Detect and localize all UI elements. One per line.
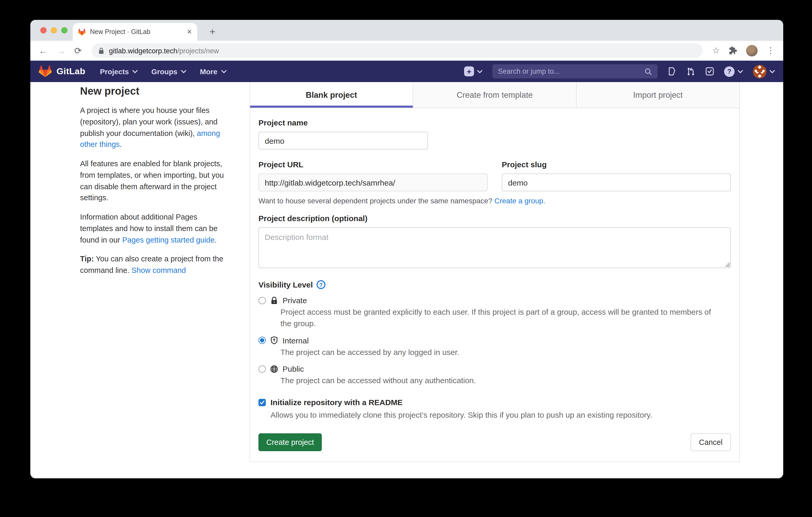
sidebar-paragraph: Information about additional Pages templ…	[80, 212, 231, 246]
visibility-level-label: Visibility Level	[258, 280, 313, 289]
tab-title: New Project · GitLab	[90, 28, 182, 35]
gitlab-wordmark: GitLab	[57, 66, 85, 77]
chevron-down-icon	[221, 70, 226, 73]
public-radio[interactable]	[258, 365, 266, 373]
project-url-field: Project URL	[258, 160, 488, 191]
nav-groups-menu[interactable]: Groups	[151, 67, 186, 75]
tab-blank-project[interactable]: Blank project	[250, 82, 413, 108]
page-title: New project	[80, 85, 231, 97]
pages-guide-link[interactable]: Pages getting started guide	[122, 236, 214, 244]
user-menu-button[interactable]	[753, 65, 775, 78]
gitlab-logo-icon	[39, 65, 52, 78]
public-option-label: Public	[283, 365, 304, 373]
zoom-window-button[interactable]	[61, 27, 67, 33]
project-slug-field: Project slug	[502, 160, 731, 191]
visibility-option-internal: Internal The project can be accessed by …	[258, 336, 731, 358]
sidebar-paragraph: All features are enabled for blank proje…	[80, 158, 231, 204]
nav-projects-label: Projects	[100, 67, 129, 75]
chevron-down-icon	[770, 70, 775, 73]
lock-icon	[270, 296, 278, 304]
new-project-sidebar: New project A project is where you house…	[80, 85, 231, 284]
lock-icon	[98, 47, 105, 54]
chevron-down-icon	[181, 70, 186, 73]
cancel-button[interactable]: Cancel	[691, 433, 731, 451]
readme-head: Initialize repository with a README	[258, 398, 731, 407]
nav-groups-label: Groups	[151, 67, 178, 75]
gitlab-brand[interactable]: GitLab	[39, 65, 85, 78]
option-head: Public	[258, 365, 731, 373]
nav-projects-menu[interactable]: Projects	[100, 67, 138, 75]
tab-close-icon[interactable]: ✕	[187, 28, 192, 35]
internal-option-label: Internal	[283, 336, 309, 345]
sidebar-tip: Tip: You can also create a project from …	[80, 254, 231, 277]
sidebar-paragraph: A project is where you house your files …	[80, 105, 231, 151]
reload-button[interactable]: ⟳	[74, 46, 82, 55]
project-description-textarea[interactable]	[258, 227, 731, 268]
global-search[interactable]	[492, 64, 658, 79]
back-button[interactable]: ←	[39, 46, 48, 55]
browser-tab[interactable]: New Project · GitLab ✕	[73, 23, 197, 41]
close-window-button[interactable]	[40, 27, 47, 33]
help-menu-button[interactable]: ?	[724, 66, 743, 77]
sidebar-text: .	[214, 236, 216, 244]
merge-requests-icon[interactable]	[687, 67, 695, 76]
tip-label: Tip:	[80, 255, 94, 263]
browser-tab-strip: New Project · GitLab ✕ +	[30, 20, 783, 41]
project-type-tabs: Blank project Create from template Impor…	[250, 82, 739, 108]
screen: New Project · GitLab ✕ + ← → ⟳ gitlab.wi…	[0, 0, 812, 517]
search-icon	[645, 68, 652, 75]
forward-button[interactable]: →	[57, 46, 65, 55]
chevron-down-icon	[738, 70, 743, 73]
browser-window: New Project · GitLab ✕ + ← → ⟳ gitlab.wi…	[30, 20, 783, 478]
private-radio[interactable]	[258, 297, 266, 304]
project-slug-input[interactable]	[502, 174, 731, 191]
description-field: Project description (optional)	[258, 214, 731, 270]
browser-menu-icon[interactable]: ⋮	[766, 47, 775, 55]
readme-checkbox[interactable]	[258, 399, 266, 406]
extensions-icon[interactable]	[729, 47, 737, 55]
nav-more-menu[interactable]: More	[200, 67, 226, 75]
tab-create-from-template[interactable]: Create from template	[413, 82, 577, 108]
project-name-input[interactable]	[258, 132, 428, 150]
create-project-button[interactable]: Create project	[258, 433, 322, 451]
project-slug-label: Project slug	[502, 160, 731, 169]
visibility-help-icon[interactable]: ?	[317, 280, 325, 289]
globe-icon	[270, 365, 278, 373]
address-bar[interactable]: gitlab.widgetcorp.tech/projects/new	[92, 43, 703, 58]
url-path: /projects/new	[177, 47, 219, 55]
new-tab-button[interactable]: +	[206, 26, 219, 38]
minimize-window-button[interactable]	[51, 27, 57, 33]
private-option-label: Private	[283, 296, 307, 305]
option-head: Private	[258, 296, 731, 305]
url-host: gitlab.widgetcorp.tech	[109, 47, 177, 55]
traffic-lights	[40, 27, 67, 33]
nav-more-label: More	[200, 67, 218, 75]
tab-import-project[interactable]: Import project	[577, 82, 739, 108]
todos-icon[interactable]	[705, 67, 714, 76]
readme-section: Initialize repository with a README Allo…	[258, 398, 731, 419]
create-group-link[interactable]: Create a group.	[494, 196, 545, 205]
help-icon: ?	[724, 66, 734, 77]
new-menu-button[interactable]: +	[464, 66, 483, 76]
url-slug-row: Project URL Project slug	[258, 160, 731, 191]
browser-profile-avatar[interactable]	[746, 45, 758, 57]
visibility-option-private: Private Project access must be granted e…	[258, 296, 731, 329]
navbar-right-cluster: + ?	[464, 64, 775, 79]
readme-desc: Allows you to immediately clone this pro…	[270, 410, 731, 419]
chevron-down-icon	[133, 70, 138, 73]
gitlab-favicon	[78, 28, 86, 36]
visibility-level-header: Visibility Level ?	[258, 280, 731, 289]
public-option-desc: The project can be accessed without any …	[281, 375, 723, 387]
project-name-label: Project name	[258, 118, 731, 127]
issues-icon[interactable]	[668, 67, 676, 76]
search-input[interactable]	[498, 67, 640, 75]
show-command-link[interactable]: Show command	[132, 266, 186, 274]
internal-radio[interactable]	[258, 337, 266, 344]
plus-icon: +	[464, 66, 474, 76]
sidebar-text: .	[120, 140, 122, 149]
bookmark-star-icon[interactable]: ☆	[712, 47, 720, 55]
project-url-input[interactable]	[258, 174, 488, 191]
gitlab-navbar: GitLab Projects Groups More +	[30, 61, 783, 82]
page-content: New project A project is where you house…	[30, 82, 783, 478]
internal-option-desc: The project can be accessed by any logge…	[281, 346, 723, 358]
